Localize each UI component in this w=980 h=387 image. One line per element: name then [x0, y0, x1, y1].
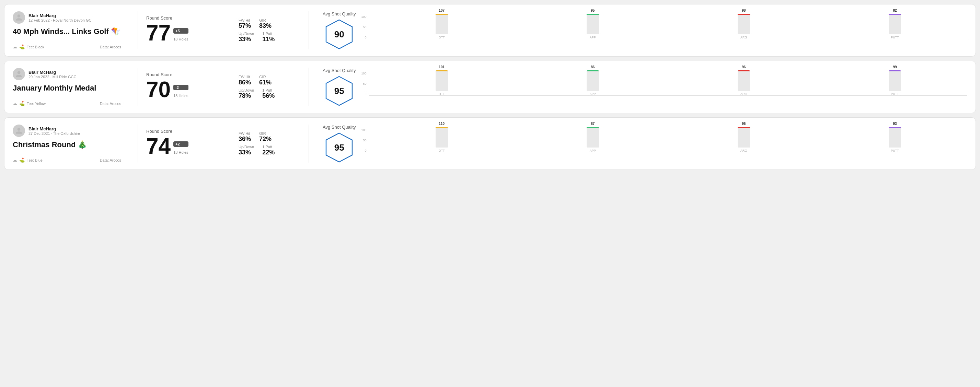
stat-oneputt: 1 Putt 56%	[262, 88, 275, 100]
divider-3	[309, 68, 309, 106]
chart-y-labels: 100 50 0	[361, 128, 367, 152]
chart-y-labels: 100 50 0	[361, 15, 367, 39]
hexagon-score: 95	[334, 86, 344, 97]
bottom-meta: ☁ ⛳ Tee: Blue Data: Arccos	[13, 157, 121, 163]
left-section: Blair McHarg 12 Feb 2022 · Royal North D…	[13, 11, 129, 49]
avatar	[13, 68, 25, 80]
quality-section: Avg Shot Quality 90 100 50 0	[317, 11, 967, 49]
user-meta: Blair McHarg 12 Feb 2022 · Royal North D…	[29, 13, 91, 22]
chart-value-arg: 95	[742, 122, 746, 125]
round-card-round-2: Blair McHarg 29 Jan 2022 · Mill Ride GCC…	[4, 61, 976, 113]
chart-col-ott: 101 OTT	[369, 65, 514, 96]
round-title: 40 Mph Winds... Links Golf 🪁	[13, 27, 121, 36]
hexagon: 90	[325, 19, 353, 49]
score-section: Round Score 74 +2 18 Holes	[146, 125, 222, 163]
score-row: 70 -2 18 Holes	[146, 79, 222, 100]
chart-baseline	[369, 39, 967, 39]
bar-chart: 100 50 0 101 OTT 86	[361, 72, 967, 103]
bar-chart: 100 50 0 107 OTT 95	[361, 15, 967, 46]
gir-label: GIR	[259, 75, 272, 79]
date-course: 12 Feb 2022 · Royal North Devon GC	[29, 18, 91, 22]
stat-updown: Up/Down 33%	[239, 32, 254, 43]
chart-value-putt: 99	[893, 65, 897, 69]
bottom-meta: ☁ ⛳ Tee: Yellow Data: Arccos	[13, 101, 121, 106]
chart-col-arg: 98 ARG	[671, 9, 816, 39]
stat-fw-hit: FW Hit 57%	[239, 18, 251, 30]
tee-label: Tee: Black	[27, 45, 44, 49]
stats-row-1: FW Hit 36% GIR 72%	[239, 132, 300, 143]
chart-baseline	[369, 152, 967, 152]
bag-icon: ⛳	[19, 157, 25, 163]
quality-section: Avg Shot Quality 95 100 50 0	[317, 125, 967, 163]
score-section: Round Score 70 -2 18 Holes	[146, 68, 222, 106]
bar-chart: 100 50 0 110 OTT 87	[361, 128, 967, 159]
stat-updown: Up/Down 33%	[239, 145, 254, 156]
date-course: 27 Dec 2021 · The Oxfordshire	[29, 132, 80, 135]
score-badge: +2	[173, 141, 188, 147]
bar-ott	[436, 70, 448, 91]
user-info: Blair McHarg 12 Feb 2022 · Royal North D…	[13, 11, 121, 24]
hexagon-score: 90	[334, 29, 344, 40]
chart-value-putt: 93	[893, 122, 897, 125]
user-info: Blair McHarg 29 Jan 2022 · Mill Ride GCC	[13, 68, 121, 80]
stat-fw-hit: FW Hit 36%	[239, 132, 251, 143]
chart-col-arg: 96 ARG	[671, 65, 816, 96]
user-info: Blair McHarg 27 Dec 2021 · The Oxfordshi…	[13, 125, 121, 137]
fw-hit-label: FW Hit	[239, 75, 251, 79]
chart-col-putt: 99 PUTT	[822, 65, 967, 96]
user-meta: Blair McHarg 29 Jan 2022 · Mill Ride GCC	[29, 70, 76, 79]
user-name: Blair McHarg	[29, 70, 76, 75]
divider-1	[138, 68, 138, 106]
gir-label: GIR	[259, 132, 272, 135]
hexagon-container: Avg Shot Quality 95	[323, 68, 356, 106]
chart-area: 107 OTT 95 APP 98	[369, 15, 967, 46]
fw-hit-label: FW Hit	[239, 132, 251, 135]
stats-section: FW Hit 36% GIR 72% Up/Down 33% 1 Putt 22…	[239, 125, 300, 163]
stats-row-2: Up/Down 33% 1 Putt 22%	[239, 145, 300, 156]
round-card-round-1: Blair McHarg 12 Feb 2022 · Royal North D…	[4, 4, 976, 57]
chart-value-arg: 98	[742, 9, 746, 12]
score-label: Round Score	[146, 72, 222, 77]
divider-3	[309, 11, 309, 49]
score-row: 77 +5 18 Holes	[146, 22, 222, 44]
stat-updown: Up/Down 78%	[239, 88, 254, 100]
stat-gir: GIR 61%	[259, 75, 272, 86]
chart-col-app: 87 APP	[520, 122, 665, 152]
gir-label: GIR	[259, 18, 272, 22]
bottom-meta: ☁ ⛳ Tee: Black Data: Arccos	[13, 44, 121, 49]
updown-label: Up/Down	[239, 32, 254, 36]
divider-3	[309, 125, 309, 163]
round-title: January Monthly Medal	[13, 84, 121, 93]
stats-row-2: Up/Down 33% 1 Putt 11%	[239, 32, 300, 43]
bar-app	[587, 14, 599, 34]
updown-label: Up/Down	[239, 145, 254, 149]
holes-label: 18 Holes	[173, 37, 188, 41]
chart-baseline	[369, 95, 967, 96]
oneputt-value: 11%	[262, 36, 275, 43]
bag-icon: ⛳	[19, 44, 25, 49]
bar-putt	[889, 127, 901, 148]
hexagon-container: Avg Shot Quality 90	[323, 11, 356, 49]
tee-label: Tee: Blue	[27, 158, 43, 162]
score-row: 74 +2 18 Holes	[146, 135, 222, 157]
updown-value: 33%	[239, 149, 254, 156]
score-badge: +5	[173, 28, 188, 33]
chart-value-arg: 96	[742, 65, 746, 69]
hexagon: 95	[325, 76, 353, 106]
tee-info: ☁ ⛳ Tee: Black	[13, 44, 44, 49]
stat-oneputt: 1 Putt 11%	[262, 32, 275, 43]
chart-value-putt: 82	[893, 9, 897, 12]
chart-value-app: 95	[591, 9, 595, 12]
stat-gir: GIR 72%	[259, 132, 272, 143]
date-course: 29 Jan 2022 · Mill Ride GCC	[29, 75, 76, 79]
divider-1	[138, 125, 138, 163]
fw-hit-value: 36%	[239, 135, 251, 143]
chart-area: 110 OTT 87 APP 95	[369, 128, 967, 159]
score-label: Round Score	[146, 128, 222, 134]
fw-hit-value: 57%	[239, 22, 251, 30]
quality-section: Avg Shot Quality 95 100 50 0	[317, 68, 967, 106]
cloud-icon: ☁	[13, 44, 17, 49]
score-number: 74	[146, 135, 170, 157]
oneputt-label: 1 Putt	[262, 145, 275, 149]
round-card-round-3: Blair McHarg 27 Dec 2021 · The Oxfordshi…	[4, 117, 976, 170]
